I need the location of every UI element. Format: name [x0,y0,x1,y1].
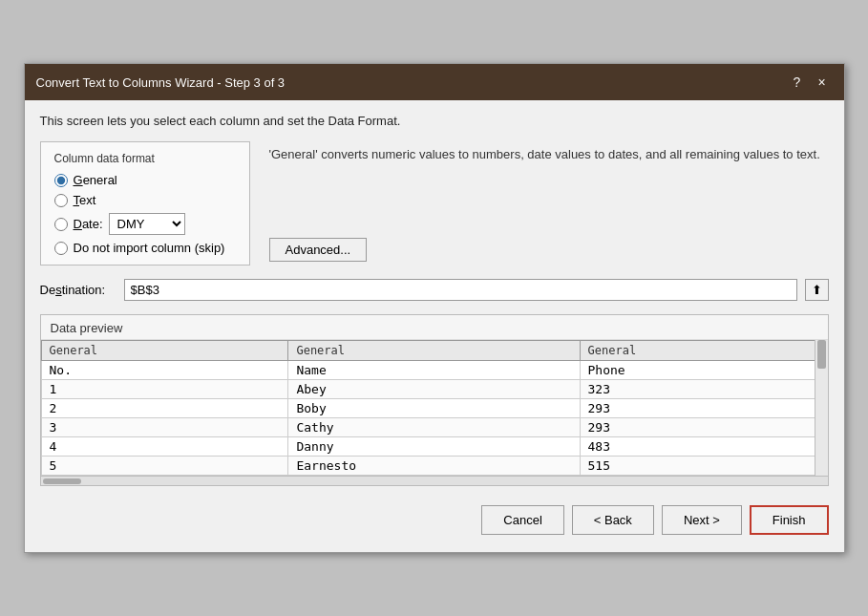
preview-header-row: General General General [41,341,827,361]
cell: 4 [41,437,288,457]
table-row: No. Name Phone [41,361,827,380]
radio-row-skip: Do not import column (skip) [54,241,236,255]
column-format-box: Column data format General Text [40,141,250,266]
radio-row-text: Text [54,193,236,207]
radio-text[interactable] [54,194,68,207]
right-panel: 'General' converts numeric values to num… [269,141,829,266]
title-bar-buttons: ? × [787,72,833,93]
table-row: 4 Danny 483 [41,437,827,457]
data-preview-section: Data preview General General General [40,314,829,486]
back-button[interactable]: < Back [572,505,654,535]
dialog-content: This screen lets you select each column … [25,100,844,552]
cell: 515 [580,457,827,476]
right-description: 'General' converts numeric values to num… [269,145,829,228]
cell: No. [41,361,288,380]
vertical-scrollbar[interactable] [815,340,828,476]
radio-skip[interactable] [54,242,68,255]
col-header-0: General [41,341,288,361]
horizontal-scrollbar[interactable] [41,476,828,485]
radio-row-date: Date: DMY MDY YMD [54,213,236,235]
col-header-2: General [580,341,827,361]
preview-table: General General General No. Name Phone [41,340,828,476]
scroll-thumb [817,340,826,369]
cell: 5 [41,457,288,476]
finish-button[interactable]: Finish [750,505,829,535]
advanced-button[interactable]: Advanced... [269,238,368,262]
radio-row-general: General [54,173,236,187]
label-date[interactable]: Date: [74,217,103,231]
destination-picker-button[interactable]: ⬆ [805,279,829,301]
cell: Earnesto [288,457,580,476]
table-row: 5 Earnesto 515 [41,457,827,476]
cell: Abey [288,380,580,399]
cell: Cathy [288,418,580,437]
table-row: 1 Abey 323 [41,380,827,399]
cell: Name [288,361,580,380]
cell: 2 [41,399,288,418]
column-format-label: Column data format [54,152,236,165]
top-section: Column data format General Text [40,141,829,266]
cell: Danny [288,437,580,457]
radio-group: General Text Date: DMY MDY YM [54,173,236,255]
cell: 3 [41,418,288,437]
destination-row: Destination: ⬆ [40,279,829,301]
label-text[interactable]: Text [74,193,96,207]
table-row: 3 Cathy 293 [41,418,827,437]
title-bar: Convert Text to Columns Wizard - Step 3 … [25,64,844,100]
next-button[interactable]: Next > [662,505,742,535]
description-text: This screen lets you select each column … [40,114,829,128]
cell: Boby [288,399,580,418]
help-button[interactable]: ? [787,72,808,93]
dialog-title: Convert Text to Columns Wizard - Step 3 … [36,75,286,90]
dialog: Convert Text to Columns Wizard - Step 3 … [24,63,845,553]
date-format-select[interactable]: DMY MDY YMD [109,213,185,235]
cancel-button[interactable]: Cancel [481,505,563,535]
close-button[interactable]: × [812,72,833,93]
destination-label: Destination: [40,283,116,297]
footer-buttons: Cancel < Back Next > Finish [40,499,829,539]
preview-wrapper: General General General No. Name Phone [41,340,828,476]
cell: 293 [580,399,827,418]
destination-input[interactable] [124,279,797,301]
label-skip[interactable]: Do not import column (skip) [74,241,225,255]
col-header-1: General [288,341,580,361]
table-row: 2 Boby 293 [41,399,827,418]
cell: 323 [580,380,827,399]
cell: 293 [580,418,827,437]
preview-table-scroll[interactable]: General General General No. Name Phone [41,340,828,476]
h-scroll-thumb [43,478,81,484]
data-preview-label: Data preview [41,315,828,340]
cell: 483 [580,437,827,457]
label-general[interactable]: General [74,173,117,187]
cell: 1 [41,380,288,399]
radio-general[interactable] [54,174,68,187]
radio-date[interactable] [54,218,68,231]
cell: Phone [580,361,827,380]
